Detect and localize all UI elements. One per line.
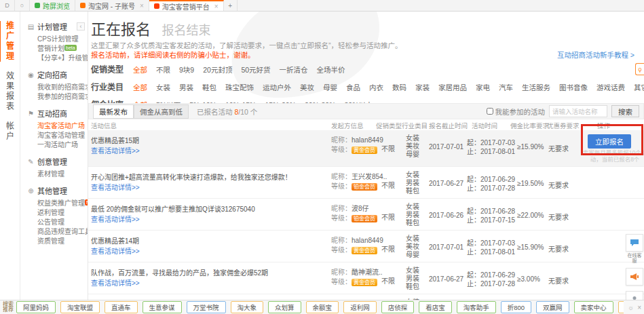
sidebar-group-items: 我收到的招商需求我参加的招商需求 <box>27 83 88 102</box>
tip-lightbulb-icon[interactable]: ϙ <box>635 63 644 75</box>
bar-close-icon[interactable]: × <box>637 304 641 311</box>
filter-option[interactable]: 游戏话费 <box>596 82 625 92</box>
filter-option[interactable]: 家电 <box>476 82 490 92</box>
filter-option[interactable]: 数码 <box>392 82 406 92</box>
recommend-link[interactable]: 生意参谋 <box>143 301 182 313</box>
filter-option[interactable]: 家装 <box>415 82 430 92</box>
filter-option[interactable]: 图书音像 <box>559 82 588 92</box>
tab-close-icon[interactable]: × <box>140 2 144 9</box>
sidebar-group-header[interactable]: ◉定向招商 <box>27 69 88 80</box>
recommend-link[interactable]: 阿里妈妈 <box>16 301 56 313</box>
sidebar-collapse-icon[interactable]: ‹ <box>77 22 85 31</box>
sidebar-item[interactable]: 返利管理 <box>37 208 88 218</box>
activity-detail-link[interactable]: 查看活动详情>> <box>91 145 140 155</box>
browser-tab[interactable]: 跨屏浏览 <box>30 0 75 11</box>
filter-option[interactable]: 20元封顶 <box>203 64 232 75</box>
filter-option[interactable]: 其它 <box>634 82 644 92</box>
filter-option[interactable]: 母婴 <box>323 82 337 92</box>
filter-option[interactable]: 50元好货 <box>241 64 270 75</box>
recommend-link[interactable]: 众划算 <box>268 301 301 313</box>
filter-option[interactable]: 全场半价 <box>317 64 345 75</box>
browser-tab[interactable]: 淘宝客营销平台× <box>149 0 224 11</box>
filter-option[interactable]: 全部 <box>133 64 147 75</box>
sidebar-item[interactable]: CPS计划管理 <box>37 35 88 44</box>
sidebar-item[interactable]: 营销计划beta <box>37 44 88 54</box>
filter-option[interactable]: 珠宝配饰 <box>225 82 254 92</box>
activity-title: 最低 20的佣金就可以推广想要主推加Q详谈312675040 <box>91 203 255 214</box>
recommend-links: 阿里妈妈淘宝联盟直通车生意参谋万堂书院淘大象众划算余额宝返利网店侦探看店宝淘客助… <box>16 301 624 313</box>
recommend-link[interactable]: 卖家中心 <box>574 301 613 313</box>
app-window: D ○ 跨屏浏览淘宝网 - 子账号×淘宝客营销平台× + 推广管理效果报表帐户 … <box>0 0 644 314</box>
sidebar-group-header[interactable]: ⊕其他管理 <box>27 185 88 196</box>
sidebar-item[interactable]: 商品违规查询工具 <box>37 227 88 237</box>
sidebar-item[interactable]: 权益类推广管理New <box>37 199 88 208</box>
online-service-icon[interactable] <box>626 234 643 252</box>
sort-newest-button[interactable]: 最新发布 <box>93 104 134 119</box>
browser-tab[interactable]: 淘宝网 - 子账号× <box>75 0 149 11</box>
tab-finished-signup[interactable]: 报名结束 <box>162 20 210 38</box>
recommend-link[interactable]: 直通车 <box>105 301 138 313</box>
activity-detail-link[interactable]: 查看活动详情>> <box>91 277 140 288</box>
recommend-link[interactable]: 双赢网 <box>536 301 569 313</box>
sidebar-group-header[interactable]: ⚑互动招商 <box>27 108 88 119</box>
sidebar-item[interactable]: 素材管理 <box>37 170 88 179</box>
category: 鞋包 <box>406 283 419 291</box>
browser-menu-icon[interactable]: D <box>0 0 15 11</box>
activity-detail-link[interactable]: 查看活动详情>> <box>91 214 140 224</box>
vertical-nav-item[interactable]: 效果报表 <box>5 71 16 112</box>
activity-search-input[interactable] <box>549 105 607 117</box>
search-button[interactable]: 搜索 <box>611 105 639 117</box>
filter-option[interactable]: 男装 <box>179 82 193 92</box>
filter-option[interactable]: 家居用品 <box>438 82 467 92</box>
new-tab-button[interactable]: + <box>224 0 238 11</box>
sidebar-item[interactable]: 一淘活动广场 <box>37 140 88 150</box>
sidebar-item[interactable]: 【分享+】升级管理 <box>37 54 88 63</box>
filter-option[interactable]: 女装 <box>156 82 170 92</box>
filter-option[interactable]: 9块9 <box>179 64 194 75</box>
recommend-link[interactable]: 淘客助手 <box>457 301 496 313</box>
filter-option[interactable]: 鞋包 <box>202 82 216 92</box>
signup-deadline: 2017-06-27 <box>429 180 463 187</box>
vertical-nav-item[interactable]: 推广管理 <box>5 21 16 62</box>
recommend-link[interactable]: 七彩虹官网 <box>618 301 624 313</box>
activity-detail-link[interactable]: 查看活动详情>> <box>91 182 140 192</box>
filter-option[interactable]: 一折清仓 <box>280 64 308 75</box>
vertical-nav-item[interactable]: 帐户 <box>5 121 16 142</box>
sort-commission-button[interactable]: 佣金从高到低 <box>134 104 189 119</box>
sidebar-item[interactable]: 我参加的招商需求 <box>37 92 88 102</box>
recommend-link[interactable]: 余额宝 <box>306 301 339 313</box>
sidebar-group-label: 其他管理 <box>37 185 67 196</box>
filter-option[interactable]: 全部 <box>133 82 147 92</box>
recommend-link[interactable]: 淘宝联盟 <box>60 301 100 313</box>
recommend-link[interactable]: 看店宝 <box>419 301 452 313</box>
recommend-link[interactable]: 淘大象 <box>231 301 264 313</box>
signup-now-button[interactable]: 立即报名 <box>588 134 631 149</box>
joinable-checkbox[interactable] <box>487 108 493 115</box>
tab-close-icon[interactable]: × <box>214 3 219 10</box>
filter-option[interactable]: 不限 <box>156 64 170 75</box>
filter-option[interactable]: 内衣 <box>369 82 383 92</box>
sponsor-nick: 昵称：酷神潮流.. <box>331 268 383 277</box>
announcement-megaphone-icon[interactable] <box>626 268 643 286</box>
sidebar-item[interactable]: 淘宝客活动管理 <box>37 131 88 140</box>
filter-option[interactable]: 运动户外 <box>263 82 291 92</box>
sidebar-group-header[interactable]: ✎创意管理 <box>27 156 88 167</box>
recommend-link[interactable]: 返利网 <box>343 301 377 313</box>
sidebar-item[interactable]: 资质管理 <box>37 237 88 246</box>
filter-option[interactable]: 汽车 <box>499 82 513 92</box>
sidebar-item[interactable]: 淘宝客活动广场 <box>37 121 88 131</box>
filter-option[interactable]: 生活服务 <box>522 82 550 92</box>
tutorial-link[interactable]: 互动招商活动新手教程 > <box>557 50 634 60</box>
recommend-link[interactable]: 店侦探 <box>381 301 415 313</box>
commission-requirement: ≥15.90% <box>517 143 544 151</box>
activity-detail-link[interactable]: 查看活动详情>> <box>91 246 140 256</box>
bar-settings-icon[interactable]: ☼ <box>628 304 634 311</box>
filter-option[interactable]: 美妆 <box>300 82 314 92</box>
recommend-link[interactable]: 万堂书院 <box>187 301 226 313</box>
sidebar-item[interactable]: 公告管理 <box>37 218 88 227</box>
browser-home-icon[interactable]: ○ <box>15 0 30 11</box>
joinable-filter[interactable]: 我能参加的活动 <box>487 106 546 117</box>
sidebar-item[interactable]: 我收到的招商需求 <box>37 83 88 92</box>
filter-option[interactable]: 食品 <box>346 82 360 92</box>
recommend-link[interactable]: 折800 <box>501 301 531 313</box>
